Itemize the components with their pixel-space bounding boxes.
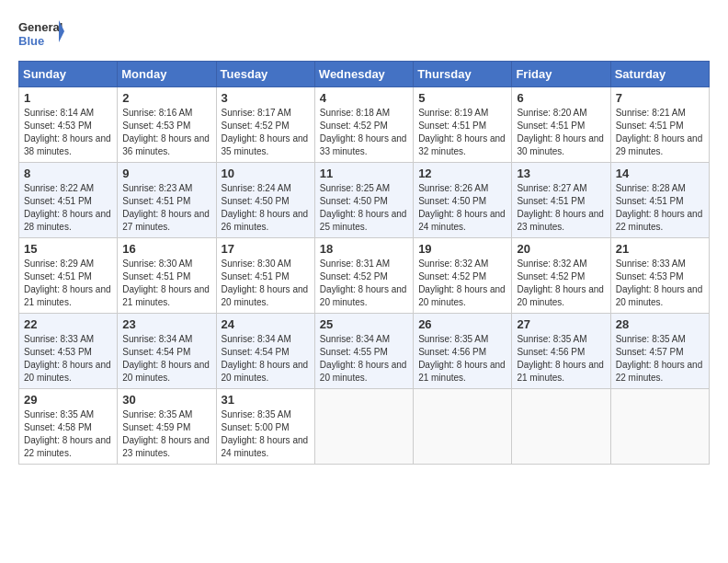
cell-info: Sunrise: 8:34 AMSunset: 4:54 PMDaylight:… bbox=[222, 334, 309, 383]
day-number: 10 bbox=[222, 167, 310, 180]
cell-info: Sunrise: 8:35 AMSunset: 5:00 PMDaylight:… bbox=[222, 409, 309, 458]
calendar-cell: 6Sunrise: 8:20 AMSunset: 4:51 PMDaylight… bbox=[512, 87, 610, 163]
calendar-cell: 16Sunrise: 8:30 AMSunset: 4:51 PMDayligh… bbox=[118, 238, 216, 314]
cell-info: Sunrise: 8:31 AMSunset: 4:52 PMDaylight:… bbox=[320, 259, 407, 307]
col-header-friday: Friday bbox=[512, 62, 610, 87]
calendar-cell: 7Sunrise: 8:21 AMSunset: 4:51 PMDaylight… bbox=[610, 87, 709, 163]
cell-info: Sunrise: 8:14 AMSunset: 4:53 PMDaylight:… bbox=[24, 108, 111, 156]
calendar-cell: 27Sunrise: 8:35 AMSunset: 4:56 PMDayligh… bbox=[512, 314, 610, 389]
cell-info: Sunrise: 8:17 AMSunset: 4:52 PMDaylight:… bbox=[222, 108, 309, 156]
svg-text:General: General bbox=[18, 20, 63, 34]
calendar-week-row: 8Sunrise: 8:22 AMSunset: 4:51 PMDaylight… bbox=[19, 163, 710, 238]
cell-info: Sunrise: 8:21 AMSunset: 4:51 PMDaylight:… bbox=[616, 108, 703, 156]
day-number: 23 bbox=[122, 317, 210, 331]
svg-text:Blue: Blue bbox=[18, 34, 44, 48]
cell-info: Sunrise: 8:32 AMSunset: 4:52 PMDaylight:… bbox=[517, 259, 604, 307]
day-number: 30 bbox=[122, 393, 210, 407]
calendar-cell: 29Sunrise: 8:35 AMSunset: 4:58 PMDayligh… bbox=[19, 389, 118, 465]
calendar-cell: 18Sunrise: 8:31 AMSunset: 4:52 PMDayligh… bbox=[314, 238, 413, 314]
day-number: 16 bbox=[122, 242, 210, 256]
day-number: 24 bbox=[222, 317, 310, 331]
day-number: 15 bbox=[24, 242, 112, 256]
calendar-cell: 8Sunrise: 8:22 AMSunset: 4:51 PMDaylight… bbox=[19, 163, 118, 238]
calendar-cell: 14Sunrise: 8:28 AMSunset: 4:51 PMDayligh… bbox=[610, 163, 709, 238]
day-number: 11 bbox=[320, 167, 408, 180]
day-number: 4 bbox=[320, 91, 408, 105]
day-number: 3 bbox=[222, 91, 310, 105]
day-number: 8 bbox=[24, 167, 112, 180]
col-header-saturday: Saturday bbox=[610, 62, 709, 87]
cell-info: Sunrise: 8:25 AMSunset: 4:50 PMDaylight:… bbox=[320, 183, 407, 232]
cell-info: Sunrise: 8:35 AMSunset: 4:58 PMDaylight:… bbox=[24, 409, 111, 458]
page-header: General Blue bbox=[18, 15, 710, 52]
calendar-week-row: 22Sunrise: 8:33 AMSunset: 4:53 PMDayligh… bbox=[19, 314, 710, 389]
cell-info: Sunrise: 8:30 AMSunset: 4:51 PMDaylight:… bbox=[122, 259, 210, 307]
cell-info: Sunrise: 8:29 AMSunset: 4:51 PMDaylight:… bbox=[24, 259, 111, 307]
calendar-cell: 3Sunrise: 8:17 AMSunset: 4:52 PMDaylight… bbox=[216, 87, 314, 163]
calendar-cell: 19Sunrise: 8:32 AMSunset: 4:52 PMDayligh… bbox=[414, 238, 512, 314]
day-number: 5 bbox=[418, 91, 506, 105]
calendar-cell: 1Sunrise: 8:14 AMSunset: 4:53 PMDaylight… bbox=[19, 87, 118, 163]
calendar-cell: 9Sunrise: 8:23 AMSunset: 4:51 PMDaylight… bbox=[118, 163, 216, 238]
calendar-cell bbox=[512, 389, 610, 465]
day-number: 29 bbox=[24, 393, 112, 407]
day-number: 17 bbox=[222, 242, 310, 256]
calendar-cell: 11Sunrise: 8:25 AMSunset: 4:50 PMDayligh… bbox=[314, 163, 413, 238]
day-number: 20 bbox=[517, 242, 605, 256]
calendar-cell: 23Sunrise: 8:34 AMSunset: 4:54 PMDayligh… bbox=[118, 314, 216, 389]
calendar-cell: 13Sunrise: 8:27 AMSunset: 4:51 PMDayligh… bbox=[512, 163, 610, 238]
calendar-cell: 21Sunrise: 8:33 AMSunset: 4:53 PMDayligh… bbox=[610, 238, 709, 314]
calendar-cell: 30Sunrise: 8:35 AMSunset: 4:59 PMDayligh… bbox=[118, 389, 216, 465]
col-header-monday: Monday bbox=[118, 62, 216, 87]
cell-info: Sunrise: 8:34 AMSunset: 4:54 PMDaylight:… bbox=[122, 334, 210, 383]
cell-info: Sunrise: 8:26 AMSunset: 4:50 PMDaylight:… bbox=[418, 183, 506, 232]
day-number: 19 bbox=[418, 242, 506, 256]
cell-info: Sunrise: 8:18 AMSunset: 4:52 PMDaylight:… bbox=[320, 108, 407, 156]
day-number: 13 bbox=[517, 167, 605, 180]
day-number: 9 bbox=[122, 167, 210, 180]
col-header-sunday: Sunday bbox=[19, 62, 118, 87]
day-number: 7 bbox=[616, 91, 704, 105]
cell-info: Sunrise: 8:19 AMSunset: 4:51 PMDaylight:… bbox=[418, 108, 506, 156]
cell-info: Sunrise: 8:32 AMSunset: 4:52 PMDaylight:… bbox=[418, 259, 506, 307]
calendar-cell bbox=[414, 389, 512, 465]
day-number: 22 bbox=[24, 317, 112, 331]
calendar-cell: 10Sunrise: 8:24 AMSunset: 4:50 PMDayligh… bbox=[216, 163, 314, 238]
col-header-wednesday: Wednesday bbox=[314, 62, 413, 87]
day-number: 1 bbox=[24, 91, 112, 105]
cell-info: Sunrise: 8:30 AMSunset: 4:51 PMDaylight:… bbox=[222, 259, 309, 307]
calendar-table: SundayMondayTuesdayWednesdayThursdayFrid… bbox=[18, 61, 710, 465]
calendar-cell: 31Sunrise: 8:35 AMSunset: 5:00 PMDayligh… bbox=[216, 389, 314, 465]
day-number: 25 bbox=[320, 317, 408, 331]
day-number: 14 bbox=[616, 167, 704, 180]
day-number: 12 bbox=[418, 167, 506, 180]
cell-info: Sunrise: 8:20 AMSunset: 4:51 PMDaylight:… bbox=[517, 108, 604, 156]
calendar-cell: 28Sunrise: 8:35 AMSunset: 4:57 PMDayligh… bbox=[610, 314, 709, 389]
day-number: 31 bbox=[222, 393, 310, 407]
day-number: 28 bbox=[616, 317, 704, 331]
cell-info: Sunrise: 8:16 AMSunset: 4:53 PMDaylight:… bbox=[122, 108, 210, 156]
calendar-cell: 12Sunrise: 8:26 AMSunset: 4:50 PMDayligh… bbox=[414, 163, 512, 238]
day-number: 2 bbox=[122, 91, 210, 105]
calendar-cell: 4Sunrise: 8:18 AMSunset: 4:52 PMDaylight… bbox=[314, 87, 413, 163]
calendar-cell: 5Sunrise: 8:19 AMSunset: 4:51 PMDaylight… bbox=[414, 87, 512, 163]
col-header-thursday: Thursday bbox=[414, 62, 512, 87]
cell-info: Sunrise: 8:35 AMSunset: 4:59 PMDaylight:… bbox=[122, 409, 210, 458]
calendar-cell: 15Sunrise: 8:29 AMSunset: 4:51 PMDayligh… bbox=[19, 238, 118, 314]
cell-info: Sunrise: 8:34 AMSunset: 4:55 PMDaylight:… bbox=[320, 334, 407, 383]
calendar-cell: 20Sunrise: 8:32 AMSunset: 4:52 PMDayligh… bbox=[512, 238, 610, 314]
cell-info: Sunrise: 8:35 AMSunset: 4:57 PMDaylight:… bbox=[616, 334, 703, 383]
cell-info: Sunrise: 8:23 AMSunset: 4:51 PMDaylight:… bbox=[122, 183, 210, 232]
cell-info: Sunrise: 8:35 AMSunset: 4:56 PMDaylight:… bbox=[517, 334, 604, 383]
calendar-week-row: 15Sunrise: 8:29 AMSunset: 4:51 PMDayligh… bbox=[19, 238, 710, 314]
cell-info: Sunrise: 8:33 AMSunset: 4:53 PMDaylight:… bbox=[616, 259, 703, 307]
calendar-cell: 17Sunrise: 8:30 AMSunset: 4:51 PMDayligh… bbox=[216, 238, 314, 314]
calendar-cell bbox=[610, 389, 709, 465]
cell-info: Sunrise: 8:22 AMSunset: 4:51 PMDaylight:… bbox=[24, 183, 111, 232]
general-blue-logo-icon: General Blue bbox=[18, 15, 64, 52]
logo: General Blue bbox=[18, 15, 64, 52]
calendar-cell: 26Sunrise: 8:35 AMSunset: 4:56 PMDayligh… bbox=[414, 314, 512, 389]
cell-info: Sunrise: 8:27 AMSunset: 4:51 PMDaylight:… bbox=[517, 183, 604, 232]
calendar-week-row: 29Sunrise: 8:35 AMSunset: 4:58 PMDayligh… bbox=[19, 389, 710, 465]
cell-info: Sunrise: 8:28 AMSunset: 4:51 PMDaylight:… bbox=[616, 183, 703, 232]
